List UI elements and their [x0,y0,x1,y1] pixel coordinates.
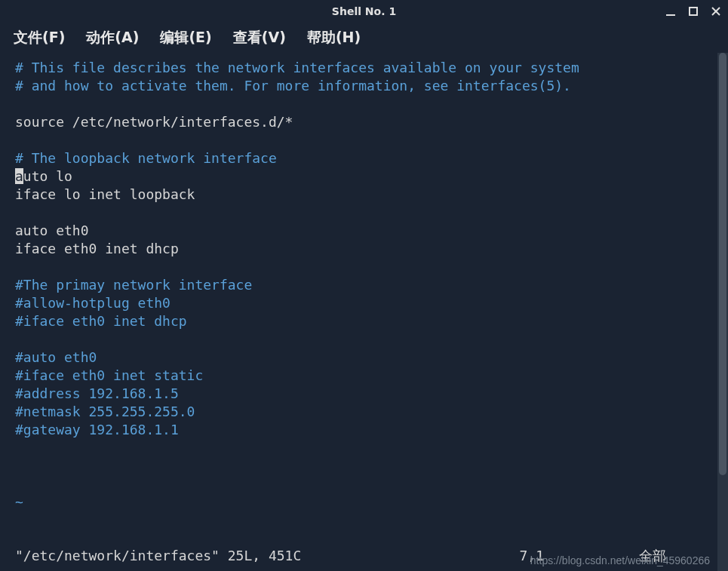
scrollbar[interactable] [717,53,728,571]
editor-line [15,204,702,222]
window-controls [665,5,722,17]
editor-line: iface eth0 inet dhcp [15,240,702,258]
scrollbar-thumb[interactable] [719,53,726,475]
close-button[interactable] [710,5,722,17]
maximize-button[interactable] [687,5,699,17]
terminal-wrapper: # This file describes the network interf… [0,53,728,571]
editor-line: #auto eth0 [15,348,702,367]
editor-line: source /etc/network/interfaces.d/* [15,113,702,131]
editor-line [15,258,702,276]
editor-line: auto lo [15,167,702,186]
menu-actions[interactable]: 动作(A) [86,28,139,48]
editor-line: auto eth0 [15,222,702,240]
editor-line: #iface eth0 inet dhcp [15,312,702,330]
editor-line [15,457,702,475]
editor-line: iface lo inet loopback [15,186,702,204]
maximize-icon [688,6,699,17]
svg-rect-1 [690,8,697,15]
editor-line: # This file describes the network interf… [15,59,702,77]
editor-line: # and how to activate them. For more inf… [15,77,702,95]
menu-help[interactable]: 帮助(H) [307,28,361,48]
terminal-content[interactable]: # This file describes the network interf… [0,53,717,571]
menu-view[interactable]: 查看(V) [233,28,286,48]
close-icon [711,6,721,17]
editor-line: #allow-hotplug eth0 [15,294,702,312]
status-file: "/etc/network/interfaces" 25L, 451C [15,547,301,565]
editor-line: #iface eth0 inet static [15,367,702,385]
text-cursor: a [15,168,23,184]
menu-file[interactable]: 文件(F) [14,28,65,48]
editor-line [15,131,702,149]
tilde-line: ~ [15,493,702,511]
watermark: https://blog.csdn.net/weixin_45960266 [530,554,710,566]
editor-line: #gateway 192.168.1.1 [15,421,702,439]
editor-line [15,95,702,113]
editor-line [15,475,702,493]
editor-line: #netmask 255.255.255.0 [15,403,702,421]
window-title: Shell No. 1 [332,5,396,17]
menu-edit[interactable]: 编辑(E) [160,28,211,48]
editor-line [15,330,702,348]
minimize-icon [665,6,676,17]
titlebar: Shell No. 1 [0,0,728,23]
editor-line: #address 192.168.1.5 [15,385,702,403]
editor-line [15,439,702,457]
menubar: 文件(F) 动作(A) 编辑(E) 查看(V) 帮助(H) [0,23,728,53]
editor-line: # The loopback network interface [15,149,702,167]
minimize-button[interactable] [665,5,677,17]
editor-line: #The primay network interface [15,276,702,294]
